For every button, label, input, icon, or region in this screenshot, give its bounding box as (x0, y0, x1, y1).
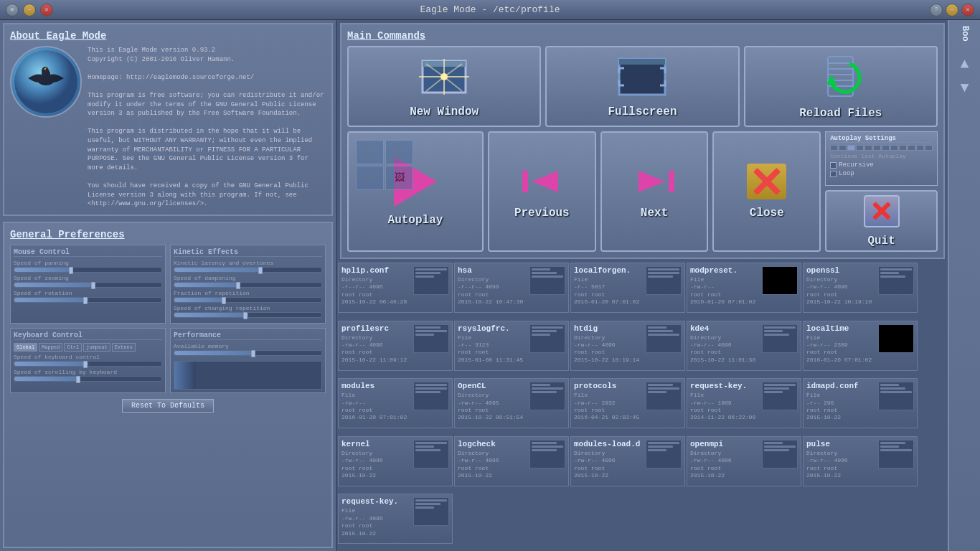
file-preview (878, 324, 914, 353)
slider-track[interactable] (14, 267, 162, 273)
next-button[interactable]: Next (600, 131, 709, 252)
ap-tile: 🎵 (356, 140, 384, 164)
slider-track[interactable] (14, 297, 162, 303)
close-button[interactable]: Close (712, 131, 821, 252)
kbd-tab-extens[interactable]: Extens (112, 343, 136, 352)
loop-checkbox[interactable] (830, 171, 837, 177)
file-preview (646, 382, 682, 410)
reset-defaults-button[interactable]: Reset To Defaults (122, 399, 214, 413)
file-preview (762, 266, 798, 295)
slider-track[interactable] (14, 361, 162, 367)
new-window-icon (415, 55, 473, 98)
recursive-label: Recursive (839, 161, 874, 169)
kbd-tab-jumpout[interactable]: jumpout (83, 343, 110, 352)
list-item[interactable]: kde4 Directory-rw-r-- 4096root root2015-… (687, 321, 801, 371)
about-desc1: This program is free software; you can r… (88, 91, 326, 118)
new-window-button[interactable]: New Window (347, 46, 541, 127)
slider-label: Speed of changing repetition (174, 305, 322, 311)
list-item[interactable]: modpreset. File-rw-r--root root2016-01-2… (687, 263, 801, 313)
minimize-button-right[interactable]: − (946, 4, 958, 17)
timeline-seg (890, 145, 898, 151)
list-item[interactable]: request-key. File-rw-r-- 1989root root20… (687, 378, 801, 428)
list-item[interactable]: modules-load.d Directory-rw-r-- 4096root… (570, 436, 685, 486)
commands-top-row: New Window (347, 46, 938, 127)
file-preview (878, 440, 914, 468)
commands-bottom-row: 🎵 🎵 🎶 🖼 Autoplay (347, 131, 938, 252)
next-icon (631, 164, 678, 199)
slider-track[interactable] (174, 297, 322, 303)
list-item[interactable]: pulse Directory-rw-r-- 4096root root2015… (803, 436, 918, 486)
book-section: Boo ▲ ▼ (948, 20, 980, 551)
slider-track[interactable] (14, 282, 162, 288)
titlebar-close-button[interactable]: ✕ (40, 4, 53, 17)
help-button[interactable]: ? (930, 4, 943, 17)
scroll-up-arrow[interactable]: ▲ (960, 56, 969, 72)
list-item[interactable]: protocols File-rw-r-- 2932root root2016-… (570, 378, 685, 428)
file-preview (413, 266, 449, 295)
mouse-control-title: Mouse Control (14, 248, 162, 257)
svg-point-14 (440, 73, 448, 80)
timeline-seg (873, 145, 881, 151)
file-preview (413, 440, 449, 468)
kbd-tab-mapped[interactable]: Mapped (39, 343, 62, 352)
titlebar-controls-right: ? − ✕ (930, 4, 974, 17)
center-panel: Main Commands (337, 20, 948, 551)
list-item[interactable]: openssl Directory-rw-r-- 4096root root20… (803, 263, 918, 313)
scroll-down-arrow[interactable]: ▼ (960, 80, 969, 96)
about-section: About Eagle Mode (3, 23, 333, 216)
slider-label: Speed of keyboard control (14, 354, 162, 360)
list-item[interactable]: localforgen. File-r-- 5017root root2016-… (570, 263, 685, 313)
reload-files-button[interactable]: Reload Files (744, 46, 938, 127)
slider-label: Speed of scrolling by keyboard (14, 369, 162, 375)
list-item[interactable]: idmapd.conf File-r-- 296root root2015-10… (803, 378, 918, 428)
timeline-seg (856, 145, 864, 151)
autoplay-checkboxes: Recursive Loop (830, 161, 933, 177)
main-layout: About Eagle Mode (0, 20, 980, 551)
window-title: Eagle Mode - /etc/profile (420, 4, 560, 15)
svg-rect-26 (669, 171, 674, 192)
slider-track[interactable] (14, 376, 162, 382)
list-item[interactable]: kernel Directory-rw-r-- 4096root root201… (338, 436, 453, 486)
quit-button[interactable]: Quit (825, 190, 938, 252)
slider-label: Speed of dampening (174, 275, 322, 281)
list-item[interactable]: request-key. File-rw-r-- 4096root root20… (338, 494, 453, 544)
slider-track[interactable] (174, 312, 322, 318)
close-icon (747, 164, 786, 199)
list-item[interactable]: localtime File-rw-r-- 2389root root2016-… (803, 321, 918, 371)
about-text: This is Eagle Mode version 0.93.2 Copyri… (88, 46, 326, 209)
list-item[interactable]: rsyslogfrc. File-r-- 3123root root2015-0… (454, 321, 569, 371)
list-item[interactable]: profilesrc Directory-rw-r-- 4096root roo… (338, 321, 453, 371)
file-preview (646, 324, 682, 353)
file-preview (878, 266, 914, 295)
slider-track[interactable] (174, 267, 322, 273)
slider-row: Speed of scrolling by keyboard (14, 369, 162, 382)
reload-files-icon (814, 53, 867, 100)
autoplay-timeline (830, 145, 933, 151)
kbd-tab-global[interactable]: Global (14, 343, 37, 352)
previous-button[interactable]: Previous (488, 131, 596, 252)
list-item[interactable]: htdig Directory-rw-r-- 4096root root2015… (570, 321, 685, 371)
fullscreen-label: Fullscreen (608, 105, 677, 118)
list-item[interactable]: modules File-rw-r--root root2016-01-20 0… (338, 378, 453, 428)
fullscreen-button[interactable]: Fullscreen (545, 46, 739, 127)
slider-row: Speed of rotation (14, 290, 162, 303)
slider-track[interactable] (174, 350, 322, 356)
file-preview (878, 382, 914, 410)
list-item[interactable]: hsa Directory-r--r-- 4096root root2015-1… (454, 263, 569, 313)
minimize-button[interactable]: − (23, 4, 36, 17)
list-item[interactable]: hplip.conf Directory-r--r-- 4096root roo… (338, 263, 453, 313)
slider-track[interactable] (174, 282, 322, 288)
app-menu-button[interactable]: ⊕ (6, 4, 19, 17)
close-button-right[interactable]: ✕ (961, 4, 974, 17)
recursive-checkbox[interactable] (830, 162, 837, 169)
svg-rect-24 (522, 171, 528, 192)
kbd-tab-ctrl[interactable]: Ctrl (64, 343, 82, 352)
list-item[interactable]: OpenCL Directory-rw-r-- 4095root root201… (454, 378, 569, 428)
list-item[interactable]: logcheck Directory-rw-r-- 4096root root2… (454, 436, 569, 486)
close-label: Close (750, 207, 784, 220)
autoplay-button[interactable]: 🎵 🎵 🎶 🖼 Autoplay (347, 131, 484, 252)
autoplay-settings-panel: Autoplay Settings (825, 131, 938, 186)
list-item[interactable]: openmpi Directory-rw-r-- 4096root root20… (687, 436, 801, 486)
slider-row: Speed of changing repetition (174, 305, 322, 319)
file-preview (529, 382, 565, 410)
